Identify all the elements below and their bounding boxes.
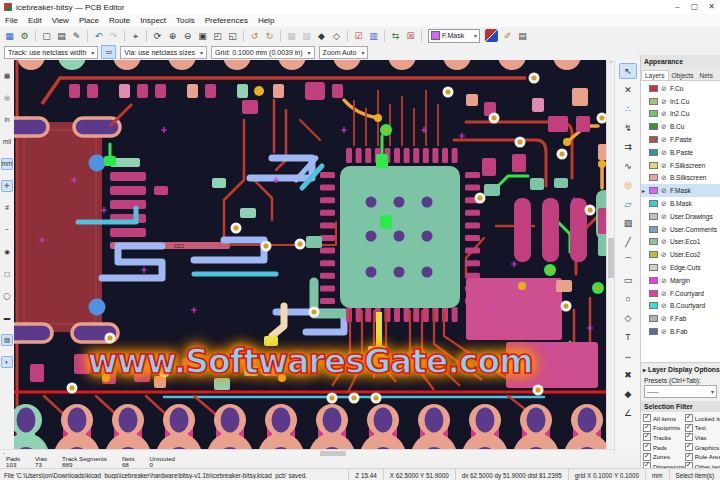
menu-item[interactable]: File [0, 16, 23, 25]
layer-row[interactable]: B.Courtyard [641, 300, 720, 313]
menu-item[interactable]: Preferences [200, 16, 253, 25]
draw-rectangle-icon[interactable]: ▭ [619, 272, 637, 288]
menu-item[interactable]: Inspect [135, 16, 171, 25]
menu-item[interactable]: Help [253, 16, 279, 25]
find-button[interactable]: ⌖ [129, 29, 142, 43]
run-drc-button[interactable]: ☒ [404, 29, 417, 43]
layer-row[interactable]: F.Fab [641, 312, 720, 325]
nets[interactable]: Nets [697, 71, 716, 80]
add-dimension-icon[interactable]: ↔ [619, 348, 637, 364]
plot-button[interactable]: ✎ [70, 29, 83, 43]
layer-color-swatch[interactable] [649, 290, 658, 297]
delete-tool-icon[interactable]: ✖ [619, 367, 637, 383]
checkbox-checked-icon[interactable] [643, 453, 651, 461]
layer-color-swatch[interactable] [649, 251, 658, 258]
draw-line-icon[interactable]: ╱ [619, 234, 637, 250]
menu-item[interactable]: View [47, 16, 74, 25]
curved-ratsnest-icon[interactable]: ~ [1, 224, 13, 236]
draw-arc-icon[interactable]: ⌒ [619, 253, 637, 269]
route-style-button[interactable]: ✐ [501, 29, 514, 43]
page-settings-button[interactable]: ▢ [40, 29, 53, 43]
undo-button[interactable]: ↶ [92, 29, 105, 43]
grid-dropdown[interactable]: Grid: 0.1000 mm (0.0039 in) [211, 46, 315, 59]
presets-dropdown[interactable]: ----- [644, 385, 717, 398]
grid-visibility-icon[interactable]: ▦ [1, 70, 13, 82]
pcb-canvas[interactable]: CC1 [14, 60, 606, 449]
zoom-in-button[interactable]: ⊕ [166, 29, 179, 43]
layer-color-swatch[interactable] [649, 136, 658, 143]
layer-row[interactable]: User.Eco2 [641, 248, 720, 261]
layer-color-swatch[interactable] [649, 277, 658, 284]
rotate-ccw-button[interactable]: ↺ [248, 29, 261, 43]
layer-visibility-eye-icon[interactable] [661, 174, 667, 181]
scripting-console-button[interactable]: ▤ [516, 29, 529, 43]
layer-color-swatch[interactable] [649, 187, 658, 194]
layer-row[interactable]: Edge.Cuts [641, 261, 720, 274]
layer-row[interactable]: In1.Cu [641, 95, 720, 108]
layer-visibility-eye-icon[interactable] [661, 162, 667, 169]
tune-length-icon[interactable]: ∿ [619, 158, 637, 174]
close-button[interactable]: ✕ [703, 0, 720, 14]
print-button[interactable]: ▤ [55, 29, 68, 43]
selection-filter-item[interactable]: Vias [685, 433, 720, 442]
menu-item[interactable]: Place [74, 16, 104, 25]
polar-coords-icon[interactable]: ◎ [1, 92, 13, 104]
selection-filter-item[interactable]: All items [643, 414, 685, 423]
high-contrast-icon[interactable]: ◐ [1, 356, 13, 368]
checkbox-checked-icon[interactable] [643, 414, 651, 422]
measure-tool-icon[interactable]: ∠ [619, 405, 637, 421]
layers[interactable]: Layers [641, 70, 669, 80]
layer-visibility-eye-icon[interactable] [661, 200, 667, 207]
layer-color-swatch[interactable] [649, 162, 658, 169]
sketch-tracks-icon[interactable]: ▬ [1, 312, 13, 324]
unlock-button[interactable]: ◇ [330, 29, 343, 43]
layer-color-swatch[interactable] [649, 123, 658, 130]
redo-button[interactable]: ↷ [107, 29, 120, 43]
group-button[interactable]: ▦ [285, 29, 298, 43]
layer-row[interactable]: B.Cu [641, 120, 720, 133]
layer-row[interactable]: Margin [641, 274, 720, 287]
add-keepout-icon[interactable]: ▨ [619, 215, 637, 231]
layer-color-swatch[interactable] [649, 238, 658, 245]
layer-visibility-eye-icon[interactable] [661, 187, 667, 194]
selection-filter-item[interactable]: Text [685, 424, 720, 433]
layer-row[interactable]: B.Paste [641, 146, 720, 159]
zoom-fit-button[interactable]: ▣ [196, 29, 209, 43]
inspect-drc-schedule-button[interactable]: ☑ [352, 29, 365, 43]
crosshair-cursor-icon[interactable]: ✛ [1, 180, 13, 192]
sketch-zones-icon[interactable]: ▨ [1, 334, 13, 346]
layer-row[interactable]: F.Mask [641, 184, 720, 197]
layer-row[interactable]: User.Drawings [641, 210, 720, 223]
sketch-vias-icon[interactable]: ◯ [1, 290, 13, 302]
layer-visibility-eye-icon[interactable] [661, 302, 667, 309]
copper-layer-pair-icon[interactable] [485, 29, 498, 42]
selection-filter-item[interactable]: Locked items [685, 414, 720, 423]
checkbox-checked-icon[interactable] [685, 433, 693, 441]
layer-visibility-eye-icon[interactable] [661, 315, 667, 322]
units-inches-icon[interactable]: in [1, 114, 13, 126]
add-zone-icon[interactable]: ▱ [619, 196, 637, 212]
checkbox-checked-icon[interactable] [643, 443, 651, 451]
layer-visibility-eye-icon[interactable] [661, 290, 667, 297]
layer-color-swatch[interactable] [649, 200, 658, 207]
layer-visibility-eye-icon[interactable] [661, 149, 667, 156]
sketch-pads-icon[interactable]: ▢ [1, 268, 13, 280]
layer-color-swatch[interactable] [649, 174, 658, 181]
layer-visibility-eye-icon[interactable] [661, 136, 667, 143]
draw-circle-icon[interactable]: ○ [619, 291, 637, 307]
board-setup-button[interactable]: ⚙ [18, 29, 31, 43]
layer-visibility-eye-icon[interactable] [661, 85, 667, 92]
auto-track-width-button[interactable]: ▭ [101, 45, 116, 59]
checkbox-checked-icon[interactable] [685, 453, 693, 461]
layer-color-swatch[interactable] [649, 328, 658, 335]
selection-filter-item[interactable]: Pads [643, 443, 685, 452]
layer-color-swatch[interactable] [649, 213, 658, 220]
layer-visibility-eye-icon[interactable] [661, 226, 667, 233]
select-tool-icon[interactable]: ↖ [619, 63, 637, 79]
selection-filter-item[interactable]: Zones [643, 452, 685, 461]
zoom-to-objects-button[interactable]: ◰ [211, 29, 224, 43]
layer-color-swatch[interactable] [649, 315, 658, 322]
layer-row[interactable]: User.Eco1 [641, 236, 720, 249]
layer-visibility-eye-icon[interactable] [661, 264, 667, 271]
layer-row[interactable]: In2.Cu [641, 108, 720, 121]
